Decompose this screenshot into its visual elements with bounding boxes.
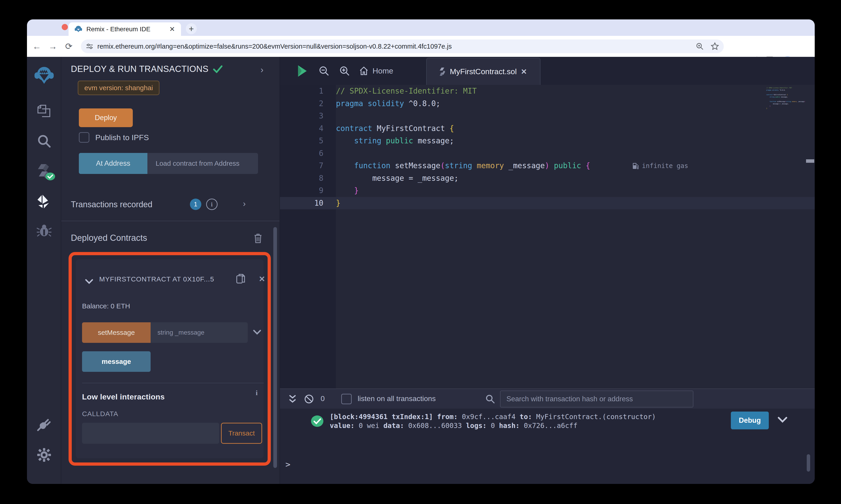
evm-version-badge: evm version: shanghai [78,80,159,95]
editor-scrollbar-marker[interactable] [806,159,814,163]
tab-home[interactable]: Home [359,57,393,85]
set-message-button[interactable]: setMessage [82,322,151,343]
terminal-prompt[interactable]: > [286,460,290,469]
code-line[interactable]: 10} [280,197,815,210]
remix-favicon [74,25,82,33]
panel-expand-chevron-icon[interactable]: › [260,65,263,75]
listen-transactions-label: listen on all transactions [358,394,436,403]
publish-ipfs-checkbox[interactable] [79,132,89,143]
at-address-input[interactable] [148,153,258,174]
code-line[interactable]: 6 [280,147,815,160]
minimap-line: message = _message; [766,103,806,105]
plugin-manager-icon[interactable] [27,417,61,432]
listen-transactions-checkbox[interactable] [341,394,352,404]
expand-terminal-icon[interactable] [288,394,297,404]
log-line: [block:4994361 txIndex:1] from: 0x9cf...… [330,412,660,421]
remove-contract-icon[interactable]: ✕ [259,274,265,284]
browser-tab[interactable]: Remix - Ethereum IDE ✕ [69,22,181,36]
log-expand-chevron-icon[interactable] [778,417,787,423]
low-level-title: Low level interactions [82,392,165,401]
set-message-input[interactable] [151,322,248,343]
transactions-recorded-label: Transactions recorded [71,200,152,209]
compile-success-badge [45,172,55,181]
omnibox[interactable]: remix.ethereum.org/#lang=en&optimize=fal… [81,39,724,53]
deploy-run-panel: DEPLOY & RUN TRANSACTIONS › evm version:… [61,57,280,484]
low-level-info-icon[interactable]: i [256,389,258,397]
terminal-search-input[interactable] [500,391,693,408]
remix-logo[interactable] [27,66,61,86]
tab-myfirstcontract[interactable]: MyFirstContract.sol ✕ [426,58,540,85]
calldata-input[interactable] [82,423,219,444]
transaction-log[interactable]: [block:4994361 txIndex:1] from: 0x9cf...… [330,412,660,430]
code-editor[interactable]: 1// SPDX-License-Identifier: MIT2pragma … [280,85,815,389]
code-line[interactable]: 2pragma solidity ^0.8.0; [280,97,815,110]
contract-collapse-chevron-icon[interactable] [85,279,93,284]
minimap-line: contract MyFirstContract { [766,94,806,96]
code-line[interactable]: 4contract MyFirstContract { [280,122,815,135]
site-settings-icon[interactable] [85,42,94,51]
panel-title-text: DEPLOY & RUN TRANSACTIONS [71,64,208,74]
debug-button[interactable]: Debug [731,412,769,429]
code-line[interactable]: 9 } [280,184,815,197]
deploy-run-icon[interactable] [27,194,61,210]
code-line[interactable]: 5 string public message; [280,135,815,147]
at-address-button[interactable]: At Address [79,153,148,174]
contract-card-header[interactable]: MYFIRSTCONTRACT AT 0X10F...5 ✕ [76,272,263,286]
minimap-line [766,98,806,101]
code-lines: 1// SPDX-License-Identifier: MIT2pragma … [280,85,815,209]
url-text[interactable]: remix.ethereum.org/#lang=en&optimize=fal… [97,43,696,50]
minimap-line: // SPDX-License-Identifier: MIT [766,87,806,89]
terminal-scrollbar[interactable] [807,454,810,472]
publish-ipfs-row: Publish to IPFS [79,132,149,143]
transactions-recorded-row[interactable]: Transactions recorded 1 i › [71,197,270,212]
chrome-toolbar: ← → ⟳ remix.ethereum.org/#lang=en&optimi… [27,36,815,57]
icon-rail [27,57,61,484]
gas-annotation-text: infinite gas [642,162,688,169]
terminal-log-area[interactable]: [block:4994361 txIndex:1] from: 0x9cf...… [280,409,815,484]
run-script-play-icon[interactable] [297,65,308,77]
back-icon[interactable]: ← [29,41,45,51]
deploy-button[interactable]: Deploy [79,108,133,127]
close-file-icon[interactable]: ✕ [521,67,527,76]
forward-icon[interactable]: → [45,41,61,51]
copy-address-icon[interactable] [236,273,245,284]
file-tab-label: MyFirstContract.sol [450,67,517,76]
transactions-chevron-icon[interactable]: › [243,199,246,209]
minimap[interactable]: // SPDX-License-Identifier: MITpragma so… [766,87,806,110]
search-icon[interactable] [27,133,61,149]
side-panel-scrollbar[interactable] [273,227,277,468]
settings-gear-icon[interactable] [27,448,61,462]
transact-button[interactable]: Transact [221,423,262,444]
clear-contracts-trash-icon[interactable] [253,233,263,244]
gas-annotation: infinite gas [632,160,688,172]
new-tab-button[interactable]: + [186,23,197,34]
debugger-icon[interactable] [27,224,61,238]
reload-icon[interactable]: ⟳ [61,41,77,51]
zoom-out-icon[interactable] [318,65,330,77]
browser-window: Remix - Ethereum IDE ✕ + ← → ⟳ remix.eth… [27,19,815,484]
solidity-compiler-icon[interactable] [27,163,61,180]
expand-args-chevron-icon[interactable] [253,330,261,335]
editor-tab-strip: Home MyFirstContract.sol ✕ [280,57,815,85]
code-line[interactable]: 8 message = _message; [280,172,815,185]
at-address-row: At Address [79,153,258,174]
clear-console-icon[interactable] [304,394,314,404]
code-line[interactable]: 3 [280,110,815,122]
tab-title: Remix - Ethereum IDE [86,25,165,33]
remix-app: DEPLOY & RUN TRANSACTIONS › evm version:… [27,57,815,484]
panel-title: DEPLOY & RUN TRANSACTIONS [71,64,223,74]
code-line[interactable]: 1// SPDX-License-Identifier: MIT [280,85,815,97]
info-icon[interactable]: i [206,199,218,210]
terminal-search-icon [485,394,495,404]
code-line[interactable]: 7 function setMessage(string memory _mes… [280,160,815,172]
deployed-contracts-title: Deployed Contracts [71,233,147,243]
bookmark-star-icon[interactable] [710,42,719,51]
file-explorer-icon[interactable] [27,104,61,119]
log-line: value: 0 wei data: 0x608...60033 logs: 0… [330,421,660,430]
message-getter-button[interactable]: message [82,351,151,372]
tab-close-icon[interactable]: ✕ [169,25,175,33]
panel-divider [61,221,279,221]
zoom-icon[interactable] [696,42,704,51]
zoom-in-icon[interactable] [339,65,350,77]
close-window-button[interactable] [62,24,68,30]
